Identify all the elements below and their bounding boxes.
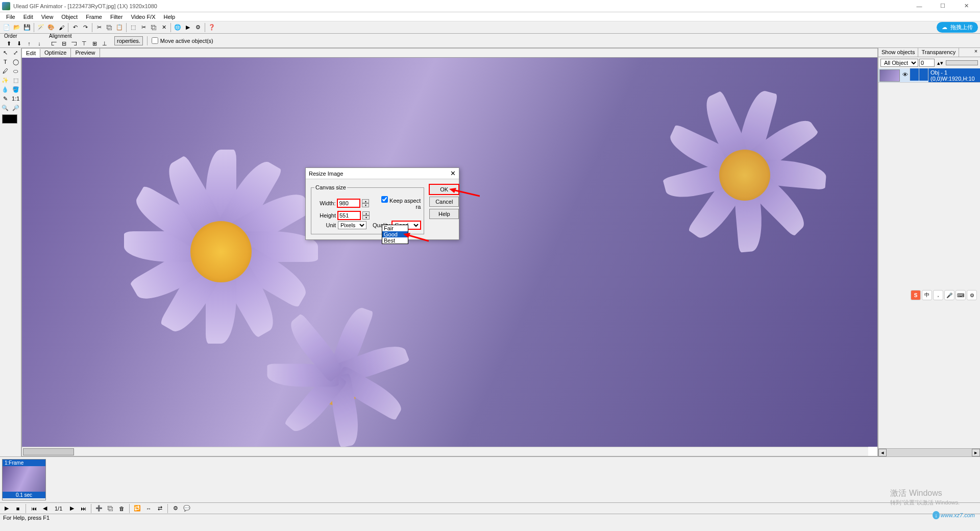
- properties-button[interactable]: roperties.: [114, 36, 143, 45]
- ime-keyboard-icon[interactable]: ⌨: [955, 290, 966, 300]
- del-frame-icon[interactable]: 🗑: [117, 504, 126, 513]
- dialog-close-icon[interactable]: ✕: [450, 170, 456, 177]
- bring-front-icon[interactable]: ⬆: [4, 39, 13, 48]
- dup-icon[interactable]: ⿻: [149, 23, 158, 32]
- transparency-tab[interactable]: Transparency: [918, 48, 959, 57]
- height-spinner[interactable]: ▴▾: [362, 211, 370, 220]
- wand-tool-icon[interactable]: ✨: [0, 76, 11, 85]
- tab-optimize[interactable]: Optimize: [40, 49, 71, 57]
- palette-icon[interactable]: 🎨: [46, 23, 56, 32]
- close-button[interactable]: ✕: [954, 0, 978, 12]
- fill-tool-icon[interactable]: 🪣: [11, 85, 21, 94]
- canvas-image[interactable]: [22, 58, 877, 447]
- frame-props-icon[interactable]: ⚙: [171, 504, 180, 513]
- canvas-h-scrollbar[interactable]: [22, 447, 868, 456]
- quality-option-fair[interactable]: Fair: [382, 225, 408, 231]
- stop-icon[interactable]: ■: [13, 504, 22, 513]
- link-icon[interactable]: [919, 68, 928, 81]
- eyedrop-tool-icon[interactable]: 💧: [0, 85, 11, 94]
- del-icon[interactable]: ✕: [159, 23, 168, 32]
- forward-icon[interactable]: ↑: [24, 39, 34, 48]
- zoom-out-icon[interactable]: 🔎: [11, 103, 21, 112]
- cloud-upload-button[interactable]: ☁ 拖拽上传: [937, 22, 978, 33]
- menu-view[interactable]: View: [37, 13, 58, 21]
- lasso-tool-icon[interactable]: ⬭: [11, 66, 21, 76]
- width-spinner[interactable]: ▴▾: [362, 199, 369, 207]
- quality-option-good[interactable]: Good: [382, 231, 408, 237]
- wizard-icon[interactable]: 🪄: [36, 23, 45, 32]
- cancel-button[interactable]: Cancel: [429, 197, 459, 207]
- preview-icon[interactable]: ▶: [183, 23, 192, 32]
- marquee-tool-icon[interactable]: ⬚: [11, 76, 21, 85]
- open-icon[interactable]: 📂: [12, 23, 21, 32]
- tab-preview[interactable]: Preview: [71, 49, 100, 57]
- copy-icon[interactable]: ⿻: [105, 23, 114, 32]
- quality-option-best[interactable]: Best: [382, 237, 408, 244]
- comment-icon[interactable]: 💬: [182, 504, 191, 513]
- pencil-tool-icon[interactable]: ✎: [0, 94, 11, 103]
- menu-filter[interactable]: Filter: [106, 13, 127, 21]
- panel-close-icon[interactable]: ×: [972, 48, 980, 57]
- menu-frame[interactable]: Frame: [82, 13, 106, 21]
- help-button[interactable]: Help: [429, 209, 459, 219]
- cut-icon[interactable]: ✂: [94, 23, 104, 32]
- dup-frame-icon[interactable]: ⿻: [106, 504, 115, 513]
- menu-object[interactable]: Object: [57, 13, 82, 21]
- ime-punct-icon[interactable]: ，: [933, 290, 943, 300]
- shape-tool-icon[interactable]: ◯: [11, 57, 21, 66]
- ime-lang-button[interactable]: 中: [922, 290, 932, 300]
- lock-icon[interactable]: [910, 68, 919, 81]
- paint-tool-icon[interactable]: 🖊: [0, 66, 11, 76]
- pointer-tool-icon[interactable]: ↖: [0, 48, 11, 57]
- undo-icon[interactable]: ↶: [70, 23, 80, 32]
- dialog-titlebar[interactable]: Resize Image ✕: [306, 168, 459, 179]
- last-frame-icon[interactable]: ⏭: [79, 504, 88, 513]
- new-icon[interactable]: 📄: [2, 23, 11, 32]
- align-middle-icon[interactable]: ⊞: [90, 39, 99, 48]
- loop-icon[interactable]: 🔁: [133, 504, 142, 513]
- unit-select[interactable]: Pixels: [338, 221, 366, 229]
- crop-icon[interactable]: ✂: [139, 23, 148, 32]
- tab-edit[interactable]: Edit: [22, 49, 40, 58]
- align-left-icon[interactable]: ⫍: [49, 39, 58, 48]
- keep-aspect-checkbox[interactable]: Keep aspect ra: [375, 196, 421, 210]
- text-tool-icon[interactable]: T: [0, 57, 11, 66]
- send-back-icon[interactable]: ⬇: [14, 39, 23, 48]
- object-item[interactable]: 👁 Obj - 1 (0,0)W:1920,H:10: [878, 68, 980, 83]
- web-icon[interactable]: 🌐: [173, 23, 182, 32]
- help-icon[interactable]: ❓: [207, 23, 216, 32]
- align-bottom-icon[interactable]: ⊥: [100, 39, 109, 48]
- visibility-icon[interactable]: 👁: [901, 68, 910, 81]
- first-frame-icon[interactable]: ⏮: [29, 504, 38, 513]
- show-objects-tab[interactable]: Show objects: [878, 48, 918, 57]
- foreground-color[interactable]: [2, 114, 17, 124]
- brush-icon[interactable]: 🖌: [57, 23, 66, 32]
- next-frame-icon[interactable]: ▶: [67, 504, 77, 513]
- align-top-icon[interactable]: ⊤: [80, 39, 89, 48]
- ime-voice-icon[interactable]: 🎤: [944, 290, 954, 300]
- quality-dropdown[interactable]: Fair Good Best: [382, 225, 408, 244]
- move-tool-icon[interactable]: ⤢: [11, 48, 21, 57]
- frame-item[interactable]: 1:Frame 0.1 sec: [2, 459, 46, 500]
- width-input[interactable]: [337, 199, 360, 207]
- backward-icon[interactable]: ↓: [35, 39, 44, 48]
- paste-icon[interactable]: 📋: [115, 23, 124, 32]
- tween-icon[interactable]: ⇄: [155, 504, 164, 513]
- menu-file[interactable]: File: [2, 13, 19, 21]
- add-frame-icon[interactable]: ➕: [94, 504, 104, 513]
- menu-help[interactable]: Help: [160, 13, 180, 21]
- trans-spinner-icon[interactable]: ▴▾: [936, 58, 945, 67]
- optimize-icon[interactable]: ⚙: [193, 23, 203, 32]
- maximize-button[interactable]: ☐: [931, 0, 954, 12]
- align-right-icon[interactable]: ⫎: [69, 39, 79, 48]
- select-icon[interactable]: ⬚: [129, 23, 138, 32]
- transparency-slider[interactable]: [946, 60, 978, 65]
- move-active-checkbox[interactable]: Move active object(s): [152, 37, 213, 44]
- prev-frame-icon[interactable]: ◀: [40, 504, 50, 513]
- ok-button[interactable]: OK: [429, 184, 459, 195]
- zoom-in-icon[interactable]: 🔍: [0, 103, 11, 112]
- transparency-input[interactable]: [919, 59, 935, 67]
- play-icon[interactable]: ▶: [2, 504, 11, 513]
- ime-logo-icon[interactable]: S: [911, 290, 921, 300]
- menu-edit[interactable]: Edit: [19, 13, 37, 21]
